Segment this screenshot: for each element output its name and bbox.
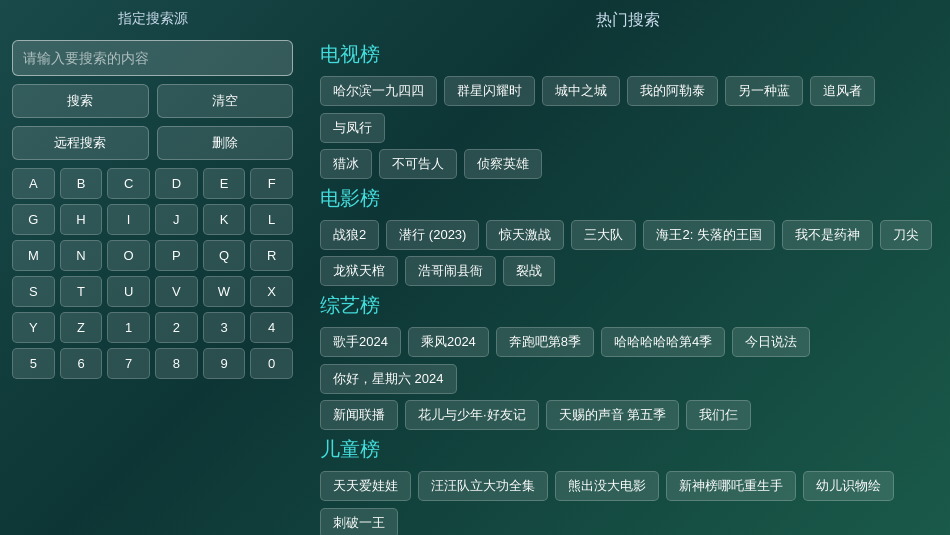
tag-item[interactable]: 哈哈哈哈哈第4季 xyxy=(601,327,725,357)
tag-item[interactable]: 哈尔滨一九四四 xyxy=(320,76,437,106)
key-t[interactable]: T xyxy=(60,276,103,307)
panel-title: 指定搜索源 xyxy=(12,10,293,32)
key-x[interactable]: X xyxy=(250,276,293,307)
key-g[interactable]: G xyxy=(12,204,55,235)
tag-item[interactable]: 刀尖 xyxy=(880,220,932,250)
search-input-wrapper[interactable] xyxy=(12,40,293,76)
tag-item[interactable]: 追风者 xyxy=(810,76,875,106)
tag-item[interactable]: 幼儿识物绘 xyxy=(803,471,894,501)
tag-item[interactable]: 不可告人 xyxy=(379,149,457,179)
key-r[interactable]: R xyxy=(250,240,293,271)
key-6[interactable]: 6 xyxy=(60,348,103,379)
key-1[interactable]: 1 xyxy=(107,312,150,343)
key-j[interactable]: J xyxy=(155,204,198,235)
tag-item[interactable]: 熊出没大电影 xyxy=(555,471,659,501)
tag-item[interactable]: 刺破一王 xyxy=(320,508,398,535)
key-b[interactable]: B xyxy=(60,168,103,199)
tags-row: 天天爱娃娃汪汪队立大功全集熊出没大电影新神榜哪吒重生手幼儿识物绘刺破一王 xyxy=(320,471,935,535)
tag-item[interactable]: 战狼2 xyxy=(320,220,379,250)
remote-search-button[interactable]: 远程搜索 xyxy=(12,126,149,160)
key-o[interactable]: O xyxy=(107,240,150,271)
key-m[interactable]: M xyxy=(12,240,55,271)
tag-item[interactable]: 龙狱天棺 xyxy=(320,256,398,286)
hot-search-title: 热门搜索 xyxy=(320,10,935,31)
tags-row: 新闻联播花儿与少年·好友记天赐的声音 第五季我们仨 xyxy=(320,400,935,430)
key-v[interactable]: V xyxy=(155,276,198,307)
tag-item[interactable]: 天赐的声音 第五季 xyxy=(546,400,680,430)
tag-item[interactable]: 群星闪耀时 xyxy=(444,76,535,106)
right-panel: 热门搜索 电视榜哈尔滨一九四四群星闪耀时城中之城我的阿勒泰另一种蓝追风者与凤行猎… xyxy=(305,0,950,535)
clear-button[interactable]: 清空 xyxy=(157,84,294,118)
key-a[interactable]: A xyxy=(12,168,55,199)
tag-item[interactable]: 潜行 (2023) xyxy=(386,220,479,250)
tag-item[interactable]: 天天爱娃娃 xyxy=(320,471,411,501)
tag-item[interactable]: 今日说法 xyxy=(732,327,810,357)
tag-item[interactable]: 我不是药神 xyxy=(782,220,873,250)
key-f[interactable]: F xyxy=(250,168,293,199)
key-w[interactable]: W xyxy=(203,276,246,307)
tag-item[interactable]: 新神榜哪吒重生手 xyxy=(666,471,796,501)
key-e[interactable]: E xyxy=(203,168,246,199)
key-3[interactable]: 3 xyxy=(203,312,246,343)
key-5[interactable]: 5 xyxy=(12,348,55,379)
key-s[interactable]: S xyxy=(12,276,55,307)
search-clear-row: 搜索 清空 xyxy=(12,84,293,118)
section-title-儿童榜: 儿童榜 xyxy=(320,436,935,463)
tag-item[interactable]: 城中之城 xyxy=(542,76,620,106)
tag-item[interactable]: 另一种蓝 xyxy=(725,76,803,106)
tag-item[interactable]: 猎冰 xyxy=(320,149,372,179)
key-q[interactable]: Q xyxy=(203,240,246,271)
sections-container: 电视榜哈尔滨一九四四群星闪耀时城中之城我的阿勒泰另一种蓝追风者与凤行猎冰不可告人… xyxy=(320,41,935,535)
tag-item[interactable]: 浩哥闹县衙 xyxy=(405,256,496,286)
tag-item[interactable]: 我的阿勒泰 xyxy=(627,76,718,106)
delete-button[interactable]: 删除 xyxy=(157,126,294,160)
key-n[interactable]: N xyxy=(60,240,103,271)
key-z[interactable]: Z xyxy=(60,312,103,343)
tag-item[interactable]: 乘风2024 xyxy=(408,327,489,357)
key-i[interactable]: I xyxy=(107,204,150,235)
key-u[interactable]: U xyxy=(107,276,150,307)
key-d[interactable]: D xyxy=(155,168,198,199)
tags-row: 歌手2024乘风2024奔跑吧第8季哈哈哈哈哈第4季今日说法你好，星期六 202… xyxy=(320,327,935,394)
tag-item[interactable]: 花儿与少年·好友记 xyxy=(405,400,539,430)
key-y[interactable]: Y xyxy=(12,312,55,343)
key-8[interactable]: 8 xyxy=(155,348,198,379)
key-c[interactable]: C xyxy=(107,168,150,199)
tags-row: 战狼2潜行 (2023)惊天激战三大队海王2: 失落的王国我不是药神刀尖 xyxy=(320,220,935,250)
section-title-综艺榜: 综艺榜 xyxy=(320,292,935,319)
tag-item[interactable]: 侦察英雄 xyxy=(464,149,542,179)
tag-item[interactable]: 惊天激战 xyxy=(486,220,564,250)
section-title-电影榜: 电影榜 xyxy=(320,185,935,212)
section-title-电视榜: 电视榜 xyxy=(320,41,935,68)
left-panel: 指定搜索源 搜索 清空 远程搜索 删除 ABCDEFGHIJKLMNOPQRST… xyxy=(0,0,305,535)
key-7[interactable]: 7 xyxy=(107,348,150,379)
tags-row: 龙狱天棺浩哥闹县衙裂战 xyxy=(320,256,935,286)
keyboard-grid: ABCDEFGHIJKLMNOPQRSTUVWXYZ1234567890 xyxy=(12,168,293,379)
remote-delete-row: 远程搜索 删除 xyxy=(12,126,293,160)
key-2[interactable]: 2 xyxy=(155,312,198,343)
tag-item[interactable]: 汪汪队立大功全集 xyxy=(418,471,548,501)
key-h[interactable]: H xyxy=(60,204,103,235)
key-l[interactable]: L xyxy=(250,204,293,235)
tag-item[interactable]: 歌手2024 xyxy=(320,327,401,357)
key-0[interactable]: 0 xyxy=(250,348,293,379)
search-button[interactable]: 搜索 xyxy=(12,84,149,118)
key-4[interactable]: 4 xyxy=(250,312,293,343)
tags-row: 猎冰不可告人侦察英雄 xyxy=(320,149,935,179)
tags-row: 哈尔滨一九四四群星闪耀时城中之城我的阿勒泰另一种蓝追风者与凤行 xyxy=(320,76,935,143)
key-9[interactable]: 9 xyxy=(203,348,246,379)
search-input[interactable] xyxy=(23,50,282,66)
tag-item[interactable]: 裂战 xyxy=(503,256,555,286)
tag-item[interactable]: 新闻联播 xyxy=(320,400,398,430)
tag-item[interactable]: 三大队 xyxy=(571,220,636,250)
key-p[interactable]: P xyxy=(155,240,198,271)
tag-item[interactable]: 海王2: 失落的王国 xyxy=(643,220,774,250)
tag-item[interactable]: 我们仨 xyxy=(686,400,751,430)
tag-item[interactable]: 你好，星期六 2024 xyxy=(320,364,457,394)
key-k[interactable]: K xyxy=(203,204,246,235)
tag-item[interactable]: 奔跑吧第8季 xyxy=(496,327,594,357)
tag-item[interactable]: 与凤行 xyxy=(320,113,385,143)
